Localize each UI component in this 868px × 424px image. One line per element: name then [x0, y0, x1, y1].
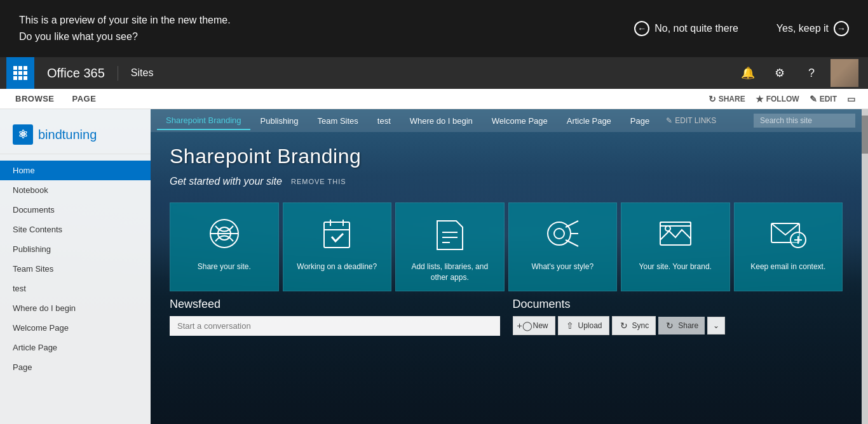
remove-this-btn[interactable]: REMOVE THIS [291, 178, 346, 185]
tiles-section: Share your site. Working on a deadline? [151, 202, 862, 291]
topnav-team-sites[interactable]: Team Sites [309, 112, 367, 129]
sp-site: ⚛ bindtuning Home Notebook Documents Sit… [0, 109, 868, 424]
o365-sites[interactable]: Sites [118, 67, 735, 79]
forward-arrow-icon: → [834, 21, 849, 36]
preview-actions: ← No, not quite there Yes, keep it → [634, 21, 849, 36]
fullscreen-icon: ▭ [847, 94, 855, 104]
sidebar-item-documents[interactable]: Documents [0, 200, 151, 220]
ribbon-browse[interactable]: BROWSE [13, 90, 57, 107]
sp-ribbon: BROWSE PAGE ↻ SHARE ★ FOLLOW ✎ EDIT ▭ [0, 89, 868, 109]
settings-icon[interactable]: ⚙ [767, 60, 792, 86]
brand-icon [655, 213, 696, 254]
sp-main-content: Sharepoint Branding Publishing Team Site… [151, 109, 862, 424]
edit-links-btn[interactable]: ✎ EDIT LINKS [666, 116, 716, 125]
newsfeed-section: Newsfeed [170, 298, 500, 418]
newsfeed-title: Newsfeed [170, 298, 500, 311]
sidebar-item-page[interactable]: Page [0, 357, 151, 377]
topnav-where-do-i-begin[interactable]: Where do I begin [401, 112, 482, 129]
o365-title[interactable]: Office 365 [34, 66, 118, 81]
ribbon-page[interactable]: PAGE [70, 90, 99, 107]
search-input[interactable] [754, 114, 855, 128]
tile-add-lists-label: Add lists, libraries, and other apps. [403, 262, 496, 283]
svg-point-16 [665, 226, 670, 231]
preview-bar: This is a preview of your site in the ne… [0, 0, 868, 57]
share-site-icon [204, 213, 245, 254]
sidebar-item-home[interactable]: Home [0, 161, 151, 180]
new-document-btn[interactable]: +◯ New [513, 316, 555, 335]
scrollbar-thumb[interactable] [862, 116, 868, 154]
hero-section: Sharepoint Branding Get started with you… [151, 132, 862, 202]
svg-rect-17 [660, 222, 691, 226]
no-button[interactable]: ← No, not quite there [634, 21, 738, 36]
plus-icon: +◯ [520, 321, 530, 331]
tile-brand[interactable]: Your site. Your brand. [621, 202, 730, 291]
sidebar-item-article-page[interactable]: Article Page [0, 338, 151, 357]
star-icon: ★ [756, 94, 764, 104]
waffle-button[interactable] [6, 57, 34, 89]
topnav-page[interactable]: Page [621, 112, 658, 129]
avatar[interactable] [831, 59, 858, 87]
follow-action[interactable]: ★ FOLLOW [756, 94, 799, 104]
sp-topnav: Sharepoint Branding Publishing Team Site… [151, 109, 862, 132]
svg-line-13 [566, 240, 578, 246]
notifications-icon[interactable]: 🔔 [735, 60, 761, 86]
sync-icon: ↻ [619, 321, 629, 331]
sidebar-item-test[interactable]: test [0, 279, 151, 298]
tile-email-label: Keep email in context. [750, 262, 825, 272]
share-doc-icon: ↻ [665, 321, 675, 331]
o365-icon-group: 🔔 ⚙ ? [735, 59, 858, 87]
sidebar-nav: Home Notebook Documents Site Contents Pu… [0, 161, 151, 377]
svg-rect-3 [324, 222, 349, 248]
tile-brand-label: Your site. Your brand. [639, 262, 712, 272]
svg-point-10 [548, 222, 571, 245]
newsfeed-input[interactable] [170, 316, 500, 336]
tile-add-lists[interactable]: Add lists, libraries, and other apps. [395, 202, 505, 291]
focus-action[interactable]: ▭ [847, 94, 855, 104]
tile-deadline-label: Working on a deadline? [297, 262, 377, 272]
sidebar-item-publishing[interactable]: Publishing [0, 239, 151, 259]
logo-icon: ⚛ [13, 124, 33, 145]
tile-share-label: Share your site. [198, 262, 251, 272]
help-icon[interactable]: ? [799, 60, 824, 86]
tile-share-site[interactable]: Share your site. [170, 202, 279, 291]
get-started-text: Get started with your site [170, 176, 282, 187]
edit-pencil-icon: ✎ [810, 94, 817, 104]
tile-style-label: What's your style? [531, 262, 593, 272]
tile-style[interactable]: What's your style? [508, 202, 618, 291]
sidebar-item-site-contents[interactable]: Site Contents [0, 220, 151, 239]
tile-deadline[interactable]: Working on a deadline? [283, 202, 392, 291]
site-title: Sharepoint Branding [170, 145, 843, 168]
edit-links-pencil-icon: ✎ [666, 116, 672, 125]
edit-action[interactable]: ✎ EDIT [810, 94, 837, 104]
documents-toolbar: +◯ New ⇧ Upload ↻ Sync ↻ Share [513, 316, 843, 335]
back-arrow-icon: ← [634, 21, 649, 36]
topnav-publishing[interactable]: Publishing [252, 112, 308, 129]
sidebar-item-team-sites[interactable]: Team Sites [0, 259, 151, 279]
waffle-icon [13, 66, 27, 80]
vertical-scrollbar[interactable] [862, 109, 868, 424]
site-logo[interactable]: ⚛ bindtuning [0, 116, 151, 154]
preview-message: This is a preview of your site in the ne… [19, 12, 231, 44]
documents-title: Documents [513, 298, 843, 311]
sidebar-item-notebook[interactable]: Notebook [0, 180, 151, 200]
share-doc-btn[interactable]: ↻ Share [658, 317, 705, 335]
o365-bar: Office 365 Sites 🔔 ⚙ ? [0, 57, 868, 89]
email-icon [768, 213, 808, 254]
topnav-welcome-page[interactable]: Welcome Page [483, 112, 557, 129]
share-action[interactable]: ↻ SHARE [709, 94, 745, 104]
tile-email[interactable]: Keep email in context. [734, 202, 843, 291]
svg-line-12 [566, 221, 578, 227]
deadline-icon [316, 213, 357, 254]
topnav-article-page[interactable]: Article Page [558, 112, 620, 129]
ribbon-actions: ↻ SHARE ★ FOLLOW ✎ EDIT ▭ [709, 94, 855, 104]
yes-button[interactable]: Yes, keep it → [776, 21, 849, 36]
sidebar-item-where-do-i-begin[interactable]: Where do I begin [0, 298, 151, 318]
svg-point-11 [554, 229, 564, 239]
sync-btn[interactable]: ↻ Sync [612, 316, 656, 335]
topnav-sharepoint-branding[interactable]: Sharepoint Branding [157, 112, 250, 130]
sidebar-item-welcome-page[interactable]: Welcome Page [0, 318, 151, 338]
style-icon [542, 213, 583, 254]
upload-btn[interactable]: ⇧ Upload [558, 316, 609, 335]
topnav-test[interactable]: test [369, 112, 400, 129]
more-docs-btn[interactable]: ⌄ [707, 317, 725, 335]
